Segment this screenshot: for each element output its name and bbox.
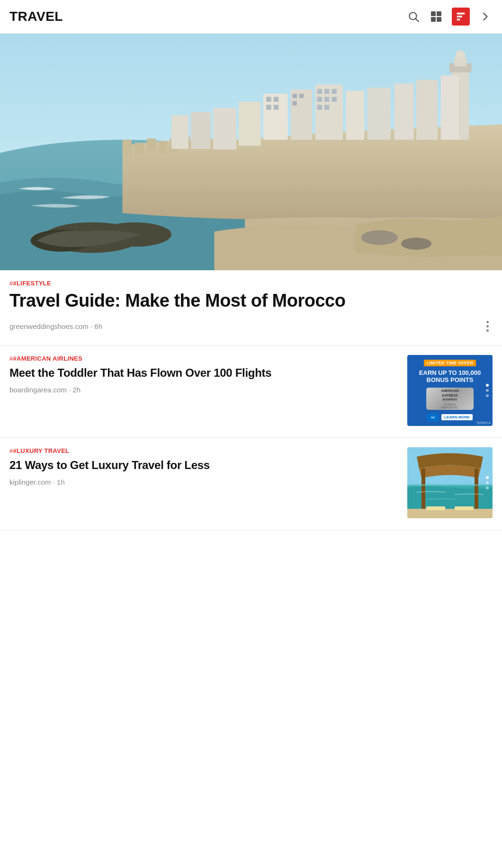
hero-image-container[interactable] — [0, 34, 502, 270]
svg-rect-45 — [416, 80, 438, 140]
article-thumbnail-luxury[interactable] — [407, 447, 493, 518]
svg-rect-14 — [159, 141, 167, 153]
svg-rect-31 — [324, 89, 329, 94]
main-article-title: Travel Guide: Make the Most of Morocco — [9, 291, 493, 311]
article-source-toddler: boardingarea.com · 2h — [9, 386, 81, 394]
flipboard-button[interactable] — [452, 8, 470, 26]
list-article-title-toddler: Meet the Toddler That Has Flown Over 100… — [9, 366, 400, 380]
dot-1 — [486, 384, 489, 387]
svg-rect-2 — [457, 13, 465, 15]
article-meta-toddler: boardingarea.com · 2h — [9, 386, 400, 394]
svg-rect-48 — [191, 112, 210, 149]
svg-rect-36 — [317, 105, 322, 109]
list-article-luxury[interactable]: ##LUXURY TRAVEL 21 Ways to Get Luxury Tr… — [0, 438, 502, 530]
dot-2 — [486, 389, 489, 392]
ad-badge: LIMITED TIME OFFER — [424, 360, 476, 366]
article-content: ##AMERICAN AIRLINES Meet the Toddler Tha… — [9, 355, 400, 394]
svg-rect-3 — [457, 16, 462, 18]
svg-rect-24 — [274, 105, 278, 109]
more-options-button[interactable] — [483, 319, 493, 334]
card-name: AMERICAN EXPRESS BUSINESS — [441, 389, 459, 402]
grid-icon — [431, 11, 441, 22]
ad-terms: TERMS A — [476, 421, 491, 425]
app-title: TRAVEL — [9, 9, 63, 24]
grid-button[interactable] — [429, 9, 443, 24]
svg-rect-58 — [426, 506, 445, 510]
svg-rect-56 — [421, 469, 425, 509]
svg-rect-35 — [332, 97, 337, 102]
svg-point-41 — [456, 50, 466, 60]
article-tag-american-airlines: ##AMERICAN AIRLINES — [9, 355, 400, 362]
dot-3 — [486, 394, 489, 397]
svg-point-52 — [401, 238, 432, 250]
svg-rect-42 — [346, 91, 364, 140]
svg-rect-33 — [317, 97, 322, 102]
main-article-morocco[interactable]: ##LIFESTYLE Travel Guide: Make the Most … — [0, 270, 502, 345]
svg-rect-26 — [293, 94, 297, 98]
amex-logo: AX — [427, 414, 439, 421]
ad-bottom: AX LEARN MORE — [427, 414, 473, 421]
svg-point-51 — [361, 230, 398, 245]
svg-rect-57 — [475, 469, 478, 509]
article-thumbnail-amex[interactable]: LIMITED TIME OFFER EARN UP TO 100,000 BO… — [407, 355, 493, 426]
svg-rect-23 — [266, 105, 271, 109]
svg-rect-30 — [317, 89, 322, 94]
article-meta: greenweddingshoes.com · 6h — [9, 319, 493, 334]
article-source-luxury: kiplinger.com · 1h — [9, 478, 65, 486]
svg-rect-47 — [171, 115, 188, 149]
luxury-pool-image — [407, 447, 493, 518]
luxury-dot-1 — [486, 476, 489, 479]
ad-learn-more-button[interactable]: LEARN MORE — [441, 414, 473, 420]
svg-rect-34 — [324, 97, 329, 102]
list-article-title-luxury: 21 Ways to Get Luxury Travel for Less — [9, 458, 400, 472]
pagination-dots — [486, 384, 489, 397]
article-tag-lifestyle: ##LIFESTYLE — [9, 280, 493, 287]
amex-card: AMERICAN EXPRESS BUSINESS C.F.FROST REXP… — [426, 388, 474, 410]
luxury-pagination-dots — [486, 476, 489, 489]
article-meta-luxury: kiplinger.com · 1h — [9, 478, 400, 486]
luxury-dot-3 — [486, 487, 489, 489]
svg-rect-4 — [457, 19, 460, 21]
svg-rect-43 — [368, 88, 391, 140]
svg-rect-11 — [123, 140, 132, 155]
svg-rect-46 — [441, 75, 459, 140]
more-button[interactable] — [478, 9, 493, 24]
svg-rect-60 — [407, 484, 493, 486]
svg-rect-21 — [266, 97, 271, 102]
svg-rect-32 — [332, 89, 337, 94]
ad-title: EARN UP TO 100,000 BONUS POINTS — [412, 369, 488, 384]
svg-rect-44 — [394, 83, 413, 140]
card-sub: C.F.FROST REXPORT INC. — [441, 403, 459, 409]
svg-rect-28 — [293, 101, 297, 106]
amex-advertisement[interactable]: LIMITED TIME OFFER EARN UP TO 100,000 BO… — [407, 355, 493, 426]
svg-line-1 — [416, 19, 419, 22]
header-icons — [406, 8, 493, 26]
svg-rect-27 — [299, 94, 304, 98]
svg-rect-13 — [147, 139, 156, 152]
search-button[interactable] — [406, 9, 421, 24]
article-content-luxury: ##LUXURY TRAVEL 21 Ways to Get Luxury Tr… — [9, 447, 400, 486]
article-source: greenweddingshoes.com · 6h — [9, 322, 102, 330]
svg-rect-55 — [407, 509, 493, 518]
svg-rect-59 — [455, 506, 474, 510]
svg-rect-12 — [134, 143, 143, 155]
app-header: TRAVEL — [0, 0, 502, 34]
svg-rect-49 — [213, 108, 236, 150]
svg-rect-37 — [324, 105, 329, 109]
luxury-dot-2 — [486, 481, 489, 484]
svg-rect-22 — [274, 97, 278, 102]
list-article-toddler[interactable]: ##AMERICAN AIRLINES Meet the Toddler Tha… — [0, 345, 502, 438]
hero-image — [0, 34, 502, 270]
article-tag-luxury-travel: ##LUXURY TRAVEL — [9, 447, 400, 454]
svg-rect-50 — [239, 102, 261, 146]
